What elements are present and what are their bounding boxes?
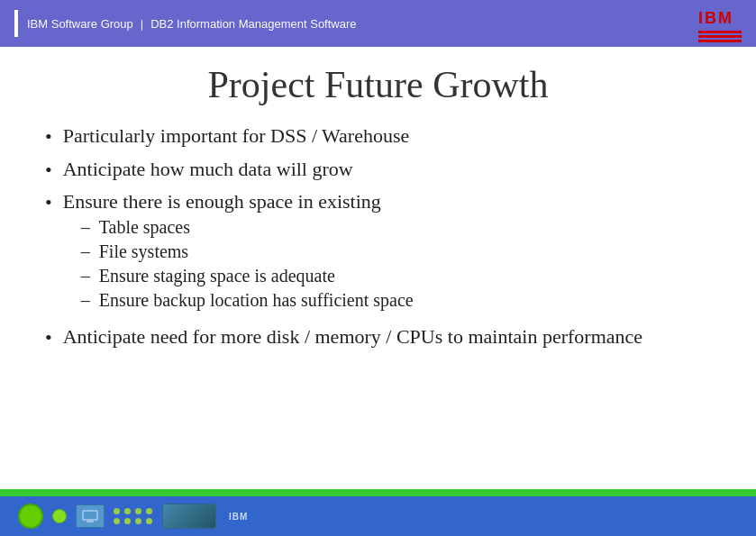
footer-icon-svg <box>82 510 98 522</box>
footer-dot-6 <box>124 518 131 524</box>
sub-bullet-list: – Table spaces – File systems – Ensure s… <box>81 217 414 311</box>
footer-dot-2 <box>124 508 131 514</box>
bullet-text-3: Ensure there is enough space in existing <box>63 190 381 213</box>
footer-ibm-label: IBM <box>229 512 248 522</box>
header-separator: | <box>141 17 143 31</box>
footer-dot-4 <box>146 508 152 514</box>
footer-dot-1 <box>114 508 120 514</box>
sub-text-2: File systems <box>99 241 188 262</box>
ibm-stripe-2 <box>698 35 742 38</box>
footer-dot-5 <box>114 518 120 524</box>
footer-circuit-pattern <box>162 504 216 529</box>
bullet-3-content: Ensure there is enough space in existing… <box>63 190 414 316</box>
last-bullet-item: • Anticipate need for more disk / memory… <box>45 325 711 351</box>
bullet-item-3: • Ensure there is enough space in existi… <box>45 190 711 316</box>
footer-circle-small <box>52 509 67 523</box>
footer-icon-box <box>76 504 105 528</box>
footer-dot-3 <box>135 508 141 514</box>
sub-dash-4: – <box>81 290 90 311</box>
sub-item-1: – Table spaces <box>81 217 414 238</box>
footer-green-strip <box>0 489 756 496</box>
bullet-text-2: Anticipate how much data will grow <box>63 158 353 181</box>
svg-rect-0 <box>83 511 97 520</box>
footer-dot-7 <box>135 518 141 524</box>
ibm-logo: IBM <box>698 9 742 42</box>
sub-item-3: – Ensure staging space is adequate <box>81 266 414 286</box>
sub-dash-3: – <box>81 266 90 286</box>
bullet-item-1: • Particularly important for DSS / Wareh… <box>45 124 711 150</box>
footer-dot-8 <box>146 518 152 524</box>
sub-text-1: Table spaces <box>99 217 190 238</box>
header-accent <box>14 10 18 37</box>
ibm-stripe-1 <box>698 31 742 33</box>
ibm-logo-text: IBM <box>698 9 742 28</box>
bullet-item-2: • Anticipate how much data will grow <box>45 158 711 184</box>
last-bullet-text: Anticipate need for more disk / memory /… <box>63 325 642 349</box>
ibm-stripe-3 <box>698 40 742 42</box>
ibm-logo-stripes <box>698 31 742 42</box>
sub-dash-2: – <box>81 241 90 262</box>
bullet-dot-1: • <box>45 124 52 150</box>
sub-item-2: – File systems <box>81 241 414 262</box>
slide-title: Project Future Growth <box>18 63 738 106</box>
bullet-dot-2: • <box>45 158 52 184</box>
title-section: Project Future Growth <box>0 47 756 115</box>
footer-dots-group <box>114 508 153 524</box>
main-bullet-list: • Particularly important for DSS / Wareh… <box>45 124 711 316</box>
sub-item-4: – Ensure backup location has sufficient … <box>81 290 414 311</box>
last-bullet-list: • Anticipate need for more disk / memory… <box>45 325 711 351</box>
sub-dash-1: – <box>81 217 90 238</box>
last-bullet-dot: • <box>45 325 52 351</box>
footer-circle-large <box>18 504 43 529</box>
bullet-text-1: Particularly important for DSS / Warehou… <box>63 124 410 148</box>
company-name: IBM Software Group <box>27 17 133 31</box>
footer-bar: IBM <box>0 489 756 536</box>
content-area: • Particularly important for DSS / Wareh… <box>0 115 756 368</box>
sub-text-4: Ensure backup location has sufficient sp… <box>99 290 414 311</box>
sub-text-3: Ensure staging space is adequate <box>99 266 335 286</box>
bullet-dot-3: • <box>45 190 52 216</box>
header-bar: IBM Software Group | DB2 Information Man… <box>0 0 756 47</box>
footer-decorations: IBM <box>0 495 266 536</box>
product-name: DB2 Information Management Software <box>150 17 356 31</box>
